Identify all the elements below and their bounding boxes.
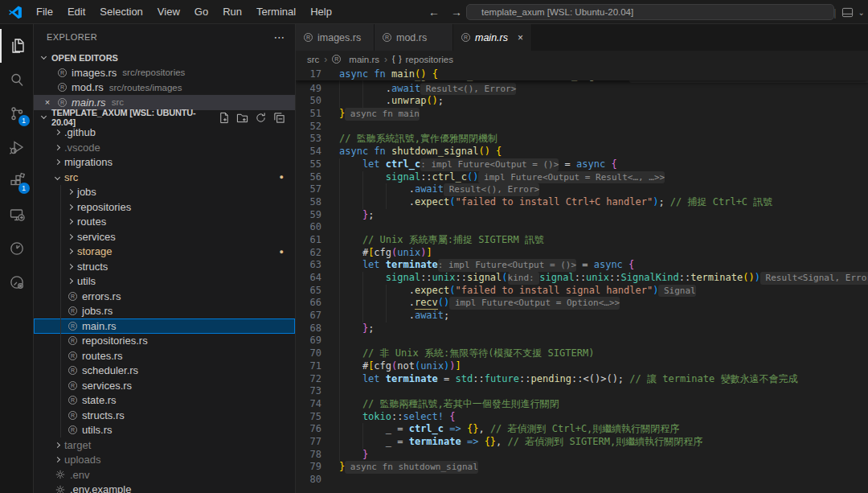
close-icon[interactable]: × [42,97,53,107]
tree-item-utils[interactable]: utils [34,274,295,290]
code-line-69[interactable]: 69 [296,335,868,347]
tree-item-routesrs[interactable]: Rroutes.rs [34,348,295,364]
new-file-icon[interactable] [218,112,230,124]
layout-dropdown-icon[interactable]: ⌄ [858,8,865,17]
project-section-header[interactable]: TEMPLATE_AXUM [WSL: UBUNTU-20.04] [34,110,295,125]
code-line-64[interactable]: 64signal::unix::signal(kind: signal::uni… [296,272,868,285]
tree-item-schedulerrs[interactable]: Rscheduler.rs [34,364,295,379]
tab-modrs[interactable]: Rmod.rs [375,24,453,51]
code-line-70[interactable]: 70// 非 Unix 系統:無限等待(模擬不支援 SIGTERM) [296,347,868,360]
tree-item-utilsrs[interactable]: Rutils.rs [34,423,295,438]
code-line-65[interactable]: 65.expect("failed to install signal hand… [296,285,868,298]
menu-help[interactable]: Help [303,2,339,21]
code-line-71[interactable]: 71#[cfg(not(unix))] [296,360,868,373]
tree-item-jobs[interactable]: jobs [34,185,295,200]
code-line-67[interactable]: 67.await; [296,310,868,323]
nav-back-icon[interactable]: ← [428,6,440,18]
menu-view[interactable]: View [150,2,187,21]
code-line-61[interactable]: 61// Unix 系統專屬:捕捉 SIGTERM 訊號 [296,234,868,247]
code-line-68[interactable]: 68}; [296,323,868,335]
code-line-54[interactable]: 54async fn shutdown_signal() { [296,146,868,158]
code-line-60[interactable]: 60 [296,221,868,234]
menu-edit[interactable]: Edit [60,2,92,21]
code-line-53[interactable]: 53// 監聽系統訊號,實作優雅關閉機制 [296,133,868,146]
menu-terminal[interactable]: Terminal [249,2,303,21]
activitybar-explorer[interactable] [0,29,34,63]
line-number: 79 [296,461,321,474]
code-line-79[interactable]: 79} async fn shutdown_signal [296,461,868,474]
menu-selection[interactable]: Selection [92,2,149,21]
tree-item-jobsrs[interactable]: Rjobs.rs [34,304,295,319]
tree-item-repositories[interactable]: repositories [34,199,295,215]
sticky-scroll-line[interactable]: 17async fn main() { [296,68,868,80]
tree-item-structsrs[interactable]: Rstructs.rs [34,408,295,423]
new-folder-icon[interactable] [236,112,248,124]
code-line-55[interactable]: 55let ctrl_c: impl Future<Output = ()> =… [296,158,868,171]
collapse-all-icon[interactable] [273,112,285,124]
code-line-66[interactable]: 66.recv() impl Future<Output = Option<…>… [296,297,868,310]
tree-item-github[interactable]: .github [34,125,295,141]
open-editors-header[interactable]: OPEN EDITORS [34,50,295,65]
tree-item-vscode[interactable]: .vscode [34,140,295,155]
tree-item-structs[interactable]: structs [34,259,295,274]
activitybar-run-debug[interactable] [0,130,34,164]
tree-item-target[interactable]: target [34,438,295,453]
code-line-80[interactable]: 80 [296,474,868,487]
activitybar-remote-explorer[interactable] [0,198,34,232]
tree-item-env[interactable]: .env [34,467,295,483]
tree-item-mainrs[interactable]: Rmain.rs [34,318,295,334]
code-line-72[interactable]: 72let terminate = std::future::pending::… [296,373,868,386]
indent-guide [339,272,362,285]
code-line-75[interactable]: 75tokio::select! { [296,411,868,424]
activitybar-extension-monitor[interactable] [0,265,34,299]
activitybar-extensions[interactable]: 1 [0,164,34,198]
menu-file[interactable]: File [29,2,60,21]
refresh-icon[interactable] [255,112,267,124]
open-editor-item[interactable]: Rimages.rssrc/repositories [34,65,295,80]
explorer-more-icon[interactable]: ⋯ [274,31,285,43]
tree-item-uploads[interactable]: uploads [34,453,295,468]
tab-mainrs[interactable]: Rmain.rs× [453,24,532,51]
code-line-63[interactable]: 63let terminate: impl Future<Output = ()… [296,259,868,272]
code-line-56[interactable]: 56signal::ctrl_c() impl Future<Output = … [296,171,868,184]
code-line-77[interactable]: 77_ = terminate => {}, // 若偵測到 SIGTERM,則… [296,436,868,449]
open-editor-item[interactable]: Rmod.rssrc/routes/images [34,80,295,96]
tree-item-services[interactable]: services [34,229,295,244]
code-line-58[interactable]: 58.expect("failed to install Ctrl+C hand… [296,196,868,209]
activitybar-search[interactable] [0,63,34,97]
indent-guide [339,234,362,247]
code-line-50[interactable]: 50.unwrap(); [296,95,868,108]
code-line-52[interactable]: 52 [296,121,868,134]
tree-item-routes[interactable]: routes [34,215,295,230]
tree-item-errorsrs[interactable]: Rerrors.rs [34,289,295,304]
tree-item-migrations[interactable]: migrations [34,155,295,170]
breadcrumb-item-src[interactable]: src [307,55,319,64]
code-line-74[interactable]: 74// 監聽兩種訊號,若其中一個發生則進行關閉 [296,398,868,411]
activitybar-source-control[interactable]: 1 [0,97,34,130]
breadcrumb-item-repositories[interactable]: repositories [406,55,453,64]
command-center[interactable]: template_axum [WSL: Ubuntu-20.04] [466,4,834,20]
nav-forward-icon[interactable]: → [451,6,462,18]
menu-run[interactable]: Run [215,2,249,21]
code-editor[interactable]: 17async fn main() { 48.with_graceful_shu… [296,68,868,493]
tree-item-staters[interactable]: Rstate.rs [34,393,295,409]
tree-item-storage[interactable]: storage● [34,244,295,260]
menu-go[interactable]: Go [187,2,215,21]
activitybar-extension-clock[interactable] [0,232,34,265]
tree-item-src[interactable]: src● [34,170,295,185]
code-line-73[interactable]: 73 [296,385,868,398]
tree-item-envexample[interactable]: .env.example [34,483,295,493]
layout-toggle-icon[interactable] [841,6,854,18]
close-icon[interactable]: × [518,32,523,43]
code-line-59[interactable]: 59}; [296,209,868,222]
code-line-51[interactable]: 51} async fn main [296,108,868,121]
code-line-76[interactable]: 76_ = ctrl_c => {}, // 若偵測到 Ctrl+C,則繼續執行… [296,423,868,436]
breadcrumb-item-mainrs[interactable]: main.rs [349,55,379,64]
code-line-78[interactable]: 78} [296,449,868,462]
code-line-62[interactable]: 62#[cfg(unix)] [296,247,868,260]
tree-item-servicesrs[interactable]: Rservices.rs [34,378,295,393]
code-line-57[interactable]: 57.await Result<(), Error> [296,183,868,196]
code-line-49[interactable]: 49.await Result<(), Error> [296,83,868,96]
tree-item-repositoriesrs[interactable]: Rrepositories.rs [34,334,295,349]
tab-imagesrs[interactable]: Rimages.rs [296,24,375,51]
